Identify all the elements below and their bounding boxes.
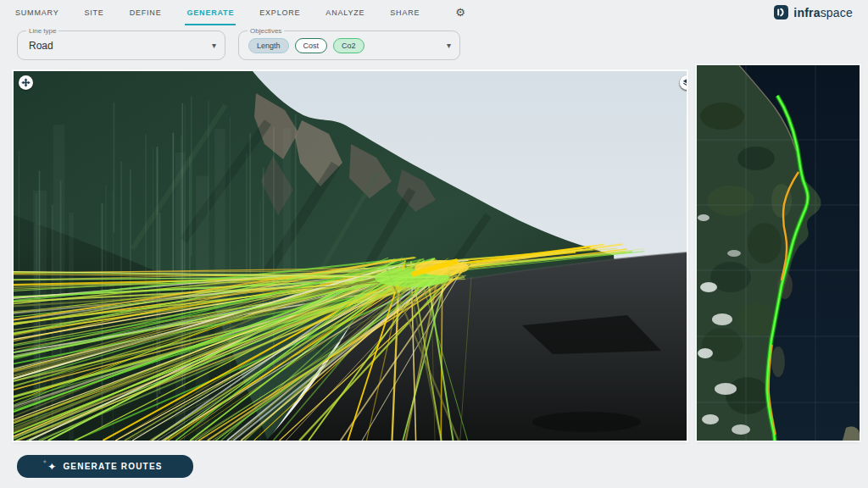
terrain-3d-viewport[interactable] [14,71,687,441]
terrain-3d-scene [14,71,687,441]
line-type-value: Road [29,40,53,52]
objectives-chips: Length Cost Co2 [248,38,364,53]
line-type-select[interactable]: Line type Road ▾ [17,30,225,60]
sparkles-icon: ✦✧ [47,462,56,472]
brand-logo: infraspace [774,5,853,19]
chip-length[interactable]: Length [248,38,289,53]
line-type-label: Line type [26,27,58,35]
tab-summary[interactable]: SUMMARY [14,0,60,25]
objectives-label: Objectives [248,27,284,35]
chip-co2[interactable]: Co2 [333,38,364,53]
tab-generate[interactable]: GENERATE [185,0,236,25]
tab-share[interactable]: SHARE [388,0,421,25]
tab-define[interactable]: DEFINE [128,0,164,25]
overview-map-scene [697,65,860,441]
top-navigation: SUMMARY SITE DEFINE GENERATE EXPLORE ANA… [0,0,868,25]
tab-site[interactable]: SITE [82,0,105,25]
tab-explore[interactable]: EXPLORE [258,0,302,25]
chevron-down-icon: ▾ [447,41,451,50]
chip-cost[interactable]: Cost [295,38,328,53]
brand-name: infraspace [793,6,853,19]
nav-tabs: SUMMARY SITE DEFINE GENERATE EXPLORE ANA… [14,0,465,25]
overview-map[interactable] [697,65,860,441]
generate-routes-button[interactable]: ✦✧ GENERATE ROUTES [17,455,193,478]
tab-analyze[interactable]: ANALYZE [324,0,366,25]
move-icon[interactable] [19,75,33,90]
settings-gear-icon[interactable]: ⚙ [455,0,465,25]
infraspace-logo-icon [774,5,788,19]
objectives-select[interactable]: Objectives Length Cost Co2 ▾ [238,30,460,60]
chevron-down-icon: ▾ [212,41,216,50]
